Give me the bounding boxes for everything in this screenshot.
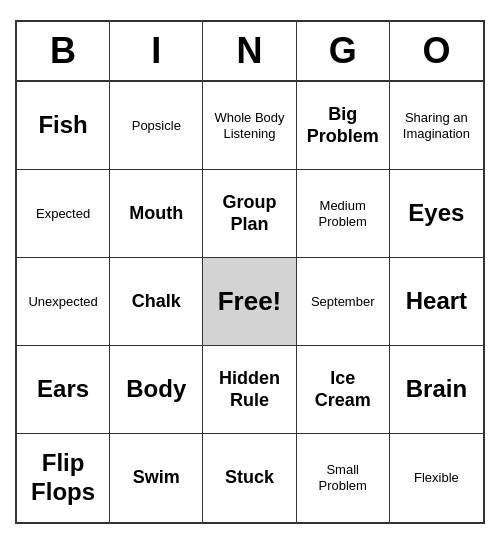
bingo-cell-11: Chalk [110,258,203,346]
bingo-cell-15: Ears [17,346,110,434]
bingo-grid: FishPopsicleWhole Body ListeningBig Prob… [17,82,483,522]
header-letter-o: O [390,22,483,80]
bingo-cell-19: Brain [390,346,483,434]
bingo-cell-24: Flexible [390,434,483,522]
bingo-cell-12: Free! [203,258,296,346]
bingo-cell-21: Swim [110,434,203,522]
bingo-cell-4: Sharing an Imagination [390,82,483,170]
header-letter-i: I [110,22,203,80]
bingo-cell-13: September [297,258,390,346]
bingo-cell-6: Mouth [110,170,203,258]
bingo-cell-14: Heart [390,258,483,346]
bingo-cell-17: Hidden Rule [203,346,296,434]
bingo-header: BINGO [17,22,483,82]
bingo-cell-2: Whole Body Listening [203,82,296,170]
bingo-cell-9: Eyes [390,170,483,258]
bingo-cell-20: Flip Flops [17,434,110,522]
bingo-cell-8: Medium Problem [297,170,390,258]
bingo-cell-5: Expected [17,170,110,258]
bingo-cell-0: Fish [17,82,110,170]
bingo-card: BINGO FishPopsicleWhole Body ListeningBi… [15,20,485,524]
bingo-cell-10: Unexpected [17,258,110,346]
bingo-cell-18: Ice Cream [297,346,390,434]
header-letter-g: G [297,22,390,80]
header-letter-n: N [203,22,296,80]
bingo-cell-1: Popsicle [110,82,203,170]
bingo-cell-3: Big Problem [297,82,390,170]
header-letter-b: B [17,22,110,80]
bingo-cell-7: Group Plan [203,170,296,258]
bingo-cell-23: Small Problem [297,434,390,522]
bingo-cell-22: Stuck [203,434,296,522]
bingo-cell-16: Body [110,346,203,434]
